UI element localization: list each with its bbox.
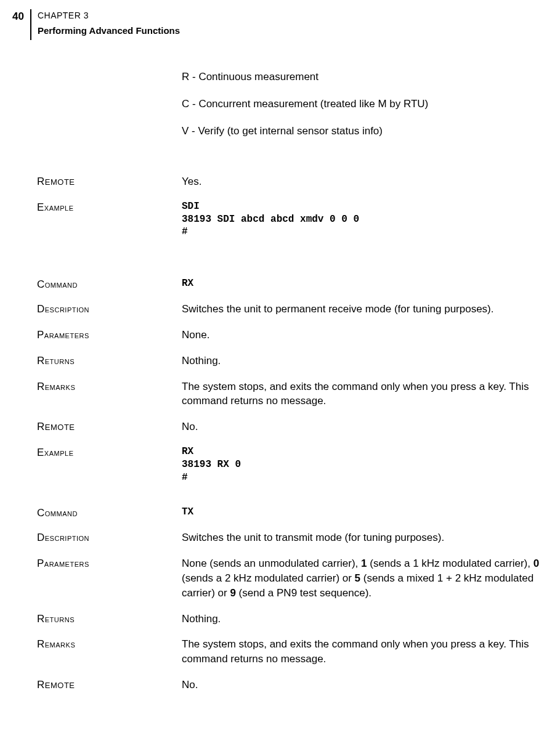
field-label: Parameters bbox=[37, 328, 182, 341]
field-label: REMOTE bbox=[37, 678, 182, 691]
bold-span: 0 bbox=[534, 558, 539, 569]
field-label: Parameters bbox=[37, 556, 182, 570]
field-row-remarks: Remarks The system stops, and exits the … bbox=[37, 637, 542, 667]
text-span: (sends a 2 kHz modulated carrier) or bbox=[182, 572, 355, 584]
field-row-parameters: Parameters None. bbox=[37, 328, 542, 343]
bold-span: 5 bbox=[355, 572, 360, 584]
text-span: None (sends an unmodulated carrier), bbox=[182, 558, 361, 569]
field-label: Returns bbox=[37, 612, 182, 625]
field-label: Returns bbox=[37, 354, 182, 367]
intro-list: R - Continuous measurement C - Concurren… bbox=[182, 71, 542, 137]
field-label: Remarks bbox=[37, 379, 182, 393]
field-value: The system stops, and exits the command … bbox=[182, 379, 542, 409]
field-label: Description bbox=[37, 530, 182, 544]
field-row-command: Command RX bbox=[37, 277, 542, 291]
bold-span: 1 bbox=[361, 558, 367, 569]
field-value: No. bbox=[182, 678, 542, 692]
field-label: Example bbox=[37, 200, 182, 214]
field-label: Description bbox=[37, 302, 182, 315]
header-divider bbox=[30, 9, 31, 40]
field-row-remote: REMOTE No. bbox=[37, 420, 542, 434]
header-text: CHAPTER 3 Performing Advanced Functions bbox=[38, 9, 180, 36]
field-value-code: RX bbox=[182, 277, 542, 290]
page-number: 40 bbox=[0, 9, 30, 23]
field-value-parameters: None (sends an unmodulated carrier), 1 (… bbox=[182, 556, 542, 600]
chapter-label: CHAPTER 3 bbox=[38, 10, 180, 20]
field-value: Yes. bbox=[182, 174, 542, 189]
field-row-description: Description Switches the unit to permane… bbox=[37, 302, 542, 317]
field-row-command: Command TX bbox=[37, 506, 542, 519]
field-row-example: Example RX 38193 RX 0 # bbox=[37, 445, 542, 484]
field-row-remote: REMOTE No. bbox=[37, 678, 542, 692]
field-label: REMOTE bbox=[37, 420, 182, 433]
field-row-returns: Returns Nothing. bbox=[37, 612, 542, 627]
field-label: Example bbox=[37, 445, 182, 459]
field-row-description: Description Switches the unit to transmi… bbox=[37, 530, 542, 545]
text-span: (sends a 1 kHz modulated carrier), bbox=[367, 558, 534, 569]
field-row-returns: Returns Nothing. bbox=[37, 354, 542, 368]
field-row-remarks: Remarks The system stops, and exits the … bbox=[37, 379, 542, 409]
intro-item: C - Concurrent measurement (treated like… bbox=[182, 98, 542, 110]
field-row-example: Example SDI 38193 SDI abcd abcd xmdv 0 0… bbox=[37, 200, 542, 238]
field-label: Command bbox=[37, 506, 182, 519]
field-value: None. bbox=[182, 328, 542, 343]
bold-span: 9 bbox=[230, 587, 235, 599]
field-value: No. bbox=[182, 420, 542, 434]
field-row-parameters: Parameters None (sends an unmodulated ca… bbox=[37, 556, 542, 600]
field-value: Switches the unit to transmit mode (for … bbox=[182, 530, 542, 545]
field-value: Nothing. bbox=[182, 612, 542, 627]
chapter-title: Performing Advanced Functions bbox=[38, 25, 180, 36]
field-value: The system stops, and exits the command … bbox=[182, 637, 542, 667]
content: R - Continuous measurement C - Concurren… bbox=[0, 40, 560, 692]
field-row-remote: REMOTE Yes. bbox=[37, 174, 542, 189]
field-value-code: SDI 38193 SDI abcd abcd xmdv 0 0 0 # bbox=[182, 200, 542, 238]
page-header: 40 CHAPTER 3 Performing Advanced Functio… bbox=[0, 0, 560, 40]
field-label: Remarks bbox=[37, 637, 182, 651]
text-span: (send a PN9 test sequence). bbox=[236, 587, 371, 599]
field-label: REMOTE bbox=[37, 174, 182, 188]
field-value: Switches the unit to permanent receive m… bbox=[182, 302, 542, 317]
field-value-code: TX bbox=[182, 506, 542, 519]
intro-item: R - Continuous measurement bbox=[182, 71, 542, 83]
field-value: Nothing. bbox=[182, 354, 542, 368]
field-value-code: RX 38193 RX 0 # bbox=[182, 445, 542, 484]
intro-item: V - Verify (to get internal sensor statu… bbox=[182, 125, 542, 137]
field-label: Command bbox=[37, 277, 182, 291]
